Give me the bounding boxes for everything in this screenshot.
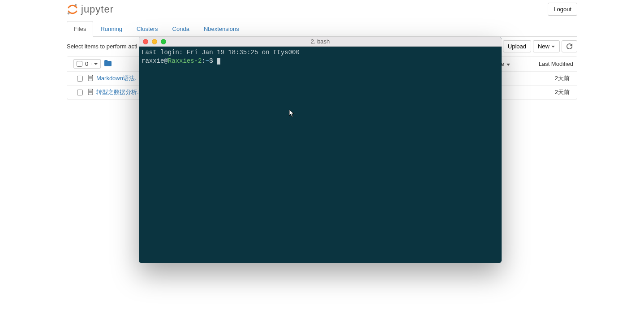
file-last-modified: 2天前 xyxy=(537,88,573,96)
tab-running[interactable]: Running xyxy=(93,21,129,37)
notebook-icon xyxy=(87,89,94,96)
terminal-content[interactable]: Last login: Fri Jan 19 18:35:25 on ttys0… xyxy=(139,47,502,99)
tab-conda[interactable]: Conda xyxy=(165,21,197,37)
jupyter-logo-text: jupyter xyxy=(81,4,114,15)
terminal-window[interactable]: 2. bash Last login: Fri Jan 19 18:35:25 … xyxy=(139,37,502,99)
tab-clusters[interactable]: Clusters xyxy=(129,21,165,37)
arrow-down-icon xyxy=(506,62,511,66)
file-last-modified: 2天前 xyxy=(537,74,573,82)
tab-files[interactable]: Files xyxy=(67,21,93,37)
refresh-button[interactable] xyxy=(562,40,577,52)
terminal-prompt-path: ~ xyxy=(206,57,209,65)
svg-point-1 xyxy=(68,12,70,14)
selection-count: 0 xyxy=(85,60,88,67)
jupyter-logo[interactable]: jupyter xyxy=(67,4,114,15)
notebook-icon xyxy=(87,75,94,82)
select-all-checkbox[interactable] xyxy=(77,61,82,67)
terminal-login-line: Last login: Fri Jan 19 18:35:25 on ttys0… xyxy=(142,49,300,56)
window-titlebar[interactable]: 2. bash xyxy=(139,37,502,47)
tab-nbextensions[interactable]: Nbextensions xyxy=(197,21,246,37)
caret-down-icon xyxy=(94,63,98,65)
jupyter-icon xyxy=(67,4,78,15)
window-title: 2. bash xyxy=(139,38,502,45)
selection-hint: Select items to perform acti xyxy=(67,43,137,50)
terminal-cursor xyxy=(217,58,220,65)
refresh-icon xyxy=(567,43,572,49)
new-button-label: New xyxy=(538,43,550,50)
row-checkbox[interactable] xyxy=(77,90,83,95)
tab-bar: Files Running Clusters Conda Nbextension… xyxy=(67,21,577,37)
select-dropdown[interactable] xyxy=(91,63,98,65)
terminal-prompt-host: Raxxies-2 xyxy=(168,57,202,65)
row-checkbox[interactable] xyxy=(77,76,83,82)
sort-by-modified[interactable]: Last Modified xyxy=(528,60,573,67)
logout-button[interactable]: Logout xyxy=(548,3,577,16)
file-name-link[interactable]: Markdown语法. xyxy=(96,74,137,82)
file-name-link[interactable]: 转型之数据分析. xyxy=(96,88,139,96)
select-all-control[interactable]: 0 xyxy=(73,59,101,69)
caret-down-icon xyxy=(551,46,555,47)
folder-icon[interactable] xyxy=(104,60,112,68)
terminal-prompt-user: raxxie xyxy=(142,57,164,65)
upload-button[interactable]: Upload xyxy=(503,40,531,52)
new-button[interactable]: New xyxy=(533,40,560,52)
